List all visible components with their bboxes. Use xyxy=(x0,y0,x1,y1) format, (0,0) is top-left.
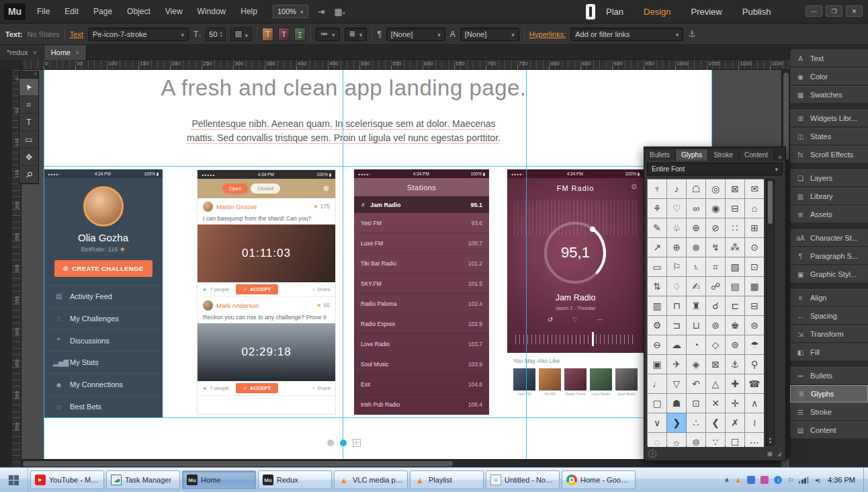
guide-line[interactable] xyxy=(44,70,44,459)
pagination-dot[interactable] xyxy=(327,440,334,446)
glyph-cell[interactable]: ▢ xyxy=(648,394,666,413)
related-station[interactable]: Hit FM xyxy=(539,368,561,396)
frequency-marker[interactable] xyxy=(592,332,594,346)
font-family-select[interactable]: Pe-icon-7-stroke xyxy=(88,28,189,41)
panel-button-assets[interactable]: ≣Assets xyxy=(790,206,868,223)
text-panel-link[interactable]: Text xyxy=(70,30,83,38)
leading-select[interactable]: ≣ xyxy=(345,28,367,41)
accept-button[interactable]: ✓ACCEPT xyxy=(236,383,278,393)
glyph-cell[interactable]: ☐ xyxy=(726,433,744,447)
glyph-cell[interactable]: ∷ xyxy=(726,218,744,237)
glyph-cell[interactable]: ☂ xyxy=(745,335,764,354)
flag-icon[interactable] xyxy=(787,477,793,484)
mode-tab-publish[interactable]: Publish xyxy=(742,7,771,17)
grid-options-icon[interactable]: ▦▾ xyxy=(335,7,345,17)
glyph-cell[interactable]: ▧ xyxy=(726,257,744,276)
panel-button-library[interactable]: ▥Library xyxy=(790,188,868,205)
volume-icon[interactable] xyxy=(814,477,820,483)
resize-grip-icon[interactable]: ◢ xyxy=(777,450,781,457)
menu-help[interactable]: Help xyxy=(233,0,265,24)
glyph-cell[interactable]: ♧ xyxy=(667,218,686,237)
glyph-cell[interactable]: ✎ xyxy=(648,218,666,237)
panel-button-fill[interactable]: ◧Fill xyxy=(790,343,868,361)
glyph-cell[interactable]: ☍ xyxy=(706,277,725,296)
menu-edit[interactable]: Edit xyxy=(57,0,86,24)
add-slide-button[interactable]: + xyxy=(353,439,361,447)
glyph-cell[interactable]: ⊙ xyxy=(745,238,764,257)
station-row[interactable]: Irish Pub Radio106.4 xyxy=(354,395,489,415)
repeat-icon[interactable]: ↺ xyxy=(548,316,553,323)
alignment-select[interactable]: ≔ xyxy=(316,28,340,41)
glyph-cell[interactable]: ⊜ xyxy=(745,316,764,335)
close-icon[interactable] xyxy=(75,49,79,56)
page-artboard[interactable]: A fresh and clean app landing page. Pell… xyxy=(44,70,712,459)
font-filter-select[interactable]: Entire Font xyxy=(647,163,783,175)
glyph-cell[interactable]: ⊚ xyxy=(706,316,725,335)
glyph-cell[interactable]: ☼ xyxy=(667,433,686,447)
vlc-tray-icon[interactable] xyxy=(735,476,742,484)
selection-tool[interactable]: ➤ xyxy=(19,79,38,96)
panel-button-transform[interactable]: ⇲Transform xyxy=(790,325,868,343)
glyphs-panel-tab-stroke[interactable]: Stroke xyxy=(708,149,739,161)
glyph-cell[interactable]: ⊏ xyxy=(726,296,744,315)
profile-menu-best-bets[interactable]: ☆Best Bets xyxy=(44,395,163,417)
panel-button-layers[interactable]: ❏Layers xyxy=(790,169,868,187)
glyph-cell[interactable]: ⊔ xyxy=(687,316,705,335)
taskbar-button-home[interactable]: Home xyxy=(182,470,256,489)
station-row[interactable]: Tiki Bar Radio101.2 xyxy=(354,253,489,274)
help-icon[interactable]: ? xyxy=(648,450,656,458)
guide-line[interactable] xyxy=(44,166,712,167)
related-station[interactable]: Yes! FM xyxy=(513,368,535,396)
panel-button-align[interactable]: ≡Align xyxy=(790,289,868,306)
related-station[interactable]: Radio Track xyxy=(564,368,587,396)
chevron-up-icon[interactable] xyxy=(724,477,729,483)
zoom-tool[interactable]: ⚲ xyxy=(19,166,38,183)
station-row[interactable]: Love Radio103.7 xyxy=(354,334,489,354)
glyph-cell[interactable]: ☗ xyxy=(667,394,686,413)
glyph-cell[interactable]: ❮ xyxy=(706,413,725,432)
glyph-cell[interactable]: ⊠ xyxy=(706,355,725,374)
glyph-cell[interactable]: ↗ xyxy=(648,238,666,257)
glyph-cell[interactable]: ⚓ xyxy=(726,355,744,374)
document-tab-redux[interactable]: *redux xyxy=(0,45,44,60)
post-author-name[interactable]: Martin Groove xyxy=(216,203,257,210)
glyph-cell[interactable]: ⚲ xyxy=(745,355,764,374)
glyph-cell[interactable]: ✈ xyxy=(667,355,686,374)
station-row[interactable]: Radio Expres102.9 xyxy=(354,314,489,334)
glyphs-scrollbar[interactable]: ▲▼ xyxy=(766,179,775,446)
menu-page[interactable]: Page xyxy=(86,0,120,24)
close-button[interactable] xyxy=(846,5,863,17)
glyph-cell[interactable]: ☎ xyxy=(745,374,764,393)
post-author-name[interactable]: Mark Anderson xyxy=(216,302,259,309)
fm-radio-mockup[interactable]: ●●●●○ 4:34 PM 100% FM Radio ⊙ 95,1 Jam R… xyxy=(507,169,644,415)
insert-icon[interactable]: ⇥ xyxy=(318,7,325,17)
glyph-cell[interactable]: ☁ xyxy=(667,335,686,354)
glyph-cell[interactable]: ⚘ xyxy=(648,199,666,218)
panel-options-icon[interactable]: ▣ xyxy=(767,450,773,457)
document-tab-home[interactable]: Home xyxy=(44,45,87,60)
glyph-cell[interactable]: ⊠ xyxy=(726,179,744,198)
guide-line[interactable] xyxy=(526,70,527,459)
glyph-cell[interactable]: ▦ xyxy=(745,277,764,296)
glyph-cell[interactable]: ✕ xyxy=(706,394,725,413)
taskbar-button-task-manager[interactable]: Task Manager xyxy=(106,470,180,489)
glyph-cell[interactable]: ✚ xyxy=(726,374,744,393)
menu-view[interactable]: View xyxy=(158,0,190,24)
share-button[interactable]: <Share xyxy=(312,385,331,391)
glyph-cell[interactable]: ⋯ xyxy=(745,433,764,447)
panel-button-graphic-styl[interactable]: ▣Graphic Styl... xyxy=(790,265,868,283)
power-icon[interactable]: ⊙ xyxy=(632,183,637,190)
frequency-scale[interactable] xyxy=(515,335,636,344)
text-tool[interactable]: T xyxy=(19,114,38,131)
glyph-cell[interactable]: ♄ xyxy=(687,257,705,276)
guide-line[interactable] xyxy=(343,70,343,459)
profile-menu-my-challenges[interactable]: ☝My Challenges xyxy=(44,307,163,329)
profile-card-mockup[interactable]: ●●●●○ 4:34 PM 100% Olia Gozha BetRate: 1… xyxy=(44,169,163,417)
italic-button[interactable]: T xyxy=(278,28,290,41)
stations-list-mockup[interactable]: ●●●●○ 4:34 PM 100% Stations ♬ Jam Radio … xyxy=(354,169,489,415)
panel-button-swatches[interactable]: ▦Swatches xyxy=(790,86,868,104)
glyph-cell[interactable]: ☌ xyxy=(706,296,725,315)
glyph-cell[interactable]: ◇ xyxy=(706,335,725,354)
glyph-cell[interactable]: ⊐ xyxy=(667,316,686,335)
panel-toggle[interactable] xyxy=(586,4,595,19)
